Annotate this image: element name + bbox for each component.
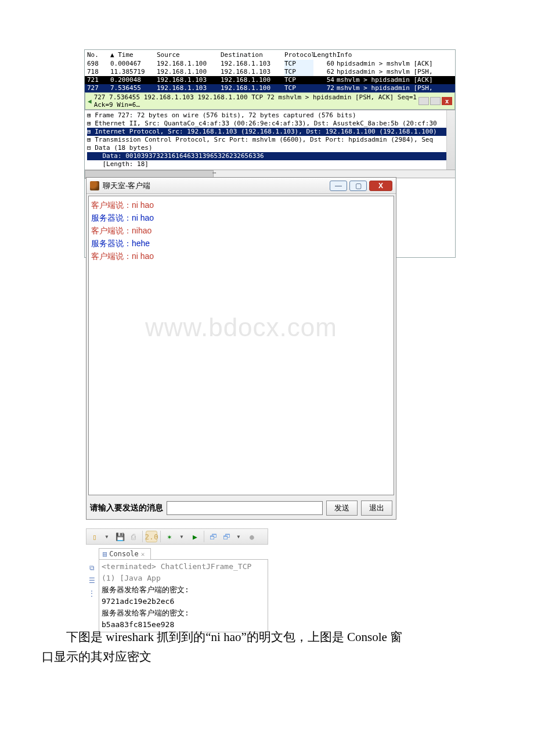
chat-window: 聊天室-客户端 — ▢ X 客户端说：ni hao 服务器说：ni hao 客户… (86, 177, 396, 520)
view-sidebar: ⧉ ☰ ⋮ (86, 548, 98, 632)
tree-length[interactable]: [Length: 18] (87, 160, 455, 168)
tree-data-bytes[interactable]: Data: 0010393732316164633139653262326563… (87, 152, 455, 160)
packet-row[interactable]: 698 0.000467 192.168.1.100 192.168.1.103… (85, 60, 455, 68)
tasks-icon[interactable]: ⋮ (87, 589, 96, 598)
col-length[interactable]: Length (313, 51, 337, 59)
run-ext-icon[interactable]: 🗗 (221, 531, 232, 542)
caption-paragraph: 下图是 wireshark 抓到到的“ni hao”的明文包，上图是 Conso… (42, 627, 495, 667)
separator (160, 531, 161, 542)
chat-message: 服务器说：hehe (91, 237, 391, 250)
caption-line1: 下图是 wireshark 抓到到的“ni hao”的明文包，上图是 Conso… (42, 627, 495, 647)
run-icon[interactable]: ▶ (189, 531, 201, 542)
debug-icon[interactable]: ✶ (164, 531, 175, 542)
package-icon[interactable]: 2.0 (146, 531, 157, 542)
watermark: www.bdocx.com (89, 321, 394, 334)
terminated-line: <terminated> ChatClientJFrame_TCP (1) [J… (102, 561, 265, 584)
dropdown-icon[interactable]: ▼ (101, 531, 113, 542)
outline-icon[interactable]: ☰ (87, 576, 96, 585)
col-proto[interactable]: Protocol (284, 51, 313, 59)
input-label: 请输入要发送的消息 (90, 503, 163, 513)
print-icon[interactable]: ⎙ (128, 531, 139, 542)
separator (204, 531, 204, 542)
tree-eth[interactable]: ⊞ Ethernet II, Src: QuantaCo_c4:af:33 (0… (87, 120, 455, 128)
app-icon (90, 181, 99, 190)
close-icon[interactable]: x (442, 97, 452, 105)
tree-tcp[interactable]: ⊞ Transmission Control Protocol, Src Por… (87, 136, 455, 144)
col-time[interactable]: ▲ Time (110, 51, 157, 59)
chat-message: 客户端说：ni hao (91, 250, 391, 262)
packet-summary-bar: ◀ 727 7.536455 192.168.1.103 192.168.1.1… (85, 92, 455, 110)
dropdown-icon[interactable]: ▼ (233, 531, 244, 542)
minimize-icon[interactable] (418, 97, 429, 105)
hscrollbar[interactable]: ⋯ (85, 170, 455, 178)
col-dest[interactable]: Destination (221, 51, 284, 59)
col-info[interactable]: Info (337, 51, 453, 59)
input-bar: 请输入要发送的消息 发送 退出 (86, 497, 396, 519)
close-tab-icon[interactable]: ✕ (141, 550, 145, 558)
packet-details[interactable]: ⊞ Frame 727: 72 bytes on wire (576 bits)… (85, 110, 455, 170)
packet-list-header: No. ▲ Time Source Destination Protocol L… (85, 50, 455, 60)
console-icon: ▤ (103, 550, 107, 558)
new-icon[interactable]: ▯ (89, 531, 100, 542)
filter-text: 727 7.536455 192.168.1.103 192.168.1.100… (94, 93, 418, 109)
col-no[interactable]: No. (87, 51, 110, 59)
tree-ip[interactable]: ⊞ Internet Protocol, Src: 192.168.1.103 … (87, 128, 455, 136)
titlebar[interactable]: 聊天室-客户端 — ▢ X (86, 178, 396, 194)
packet-row[interactable]: 718 11.385719 192.168.1.100 192.168.1.10… (85, 68, 455, 76)
packet-row-selected[interactable]: 727 7.536455 192.168.1.103 192.168.1.100… (85, 84, 455, 92)
maximize-button[interactable]: ▢ (349, 181, 367, 191)
window-title: 聊天室-客户端 (103, 181, 150, 191)
save-icon[interactable]: 💾 (114, 531, 126, 542)
run-config-icon[interactable]: 🗗 (207, 531, 219, 542)
ide-toolbar: ▯ ▼ 💾 ⎙ 2.0 ✶ ▼ ▶ 🗗 🗗 ▼ ● (86, 528, 268, 545)
console-line: 服务器发给客户端的密文: 9721adc19e2b2ec6 (102, 584, 265, 607)
console-tab-label: Console (109, 550, 139, 558)
message-input[interactable] (167, 501, 323, 515)
send-button[interactable]: 发送 (326, 501, 358, 516)
tree-frame[interactable]: ⊞ Frame 727: 72 bytes on wire (576 bits)… (87, 111, 455, 120)
filter-marker-icon: ◀ (88, 98, 92, 105)
col-source[interactable]: Source (157, 51, 221, 59)
restore-icon[interactable]: ⧉ (87, 563, 96, 573)
exit-button[interactable]: 退出 (361, 501, 392, 516)
chat-message: 客户端说：ni hao (91, 199, 391, 211)
separator (142, 531, 143, 542)
close-button[interactable]: X (369, 181, 392, 191)
tree-data[interactable]: ⊟ Data (18 bytes) (87, 144, 455, 152)
console-tab[interactable]: ▤ Console ✕ (99, 548, 151, 559)
packet-row-highlighted[interactable]: 721 0.200048 192.168.1.103 192.168.1.100… (85, 76, 455, 84)
console-output[interactable]: <terminated> ChatClientJFrame_TCP (1) [J… (99, 559, 268, 632)
dropdown-icon[interactable]: ▼ (176, 531, 187, 542)
maximize-icon[interactable] (430, 97, 441, 105)
chat-message: 客户端说：nihao (91, 224, 391, 237)
ide-area: ▯ ▼ 💾 ⎙ 2.0 ✶ ▼ ▶ 🗗 🗗 ▼ ● ⧉ ☰ ⋮ ▤ Consol… (86, 528, 268, 632)
stop-icon[interactable]: ● (246, 531, 258, 542)
chat-log: 客户端说：ni hao 服务器说：ni hao 客户端说：nihao 服务器说：… (88, 196, 394, 495)
chat-message: 服务器说：ni hao (91, 211, 391, 224)
caption-line2: 口显示的其对应密文 (42, 647, 495, 667)
minimize-button[interactable]: — (330, 181, 347, 191)
